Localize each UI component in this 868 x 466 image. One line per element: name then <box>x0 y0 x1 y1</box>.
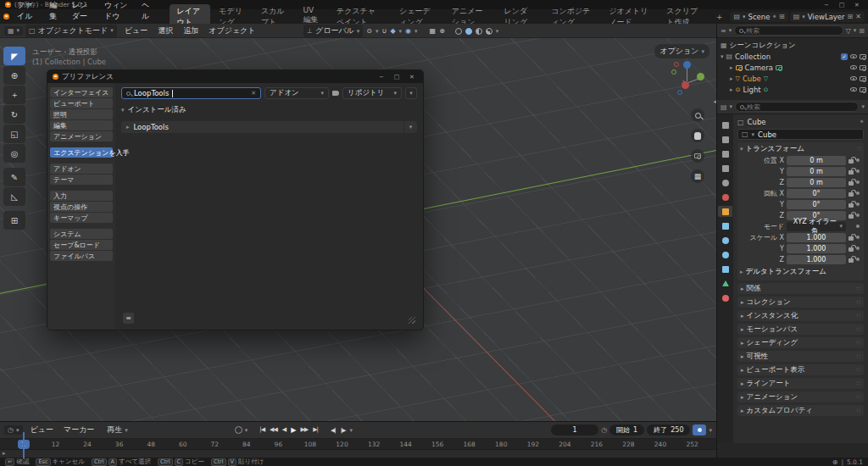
properties-tab-material[interactable] <box>718 292 732 303</box>
prev-keyframe-button[interactable]: ◀◀ <box>268 426 279 434</box>
cursor-tool[interactable]: ⊕ <box>3 66 25 85</box>
eye-icon[interactable] <box>850 76 857 80</box>
add-workspace-button[interactable]: + <box>712 13 727 21</box>
rotation-mode-dropdown[interactable]: XYZ オイラー角 ▾ <box>787 222 846 231</box>
prefs-sidebar-item[interactable]: エクステンションを入手 <box>50 147 113 158</box>
animate-dot[interactable] <box>856 214 860 217</box>
properties-tab-output[interactable] <box>718 148 732 159</box>
frame-start-field[interactable]: 開始 1 <box>609 424 644 435</box>
lock-icon[interactable] <box>849 214 854 219</box>
panel-header[interactable]: ▸関係∷ <box>737 283 864 294</box>
orientation-dropdown[interactable]: ⊥ グローバル ▾ <box>303 25 363 37</box>
properties-editor-icon[interactable]: ▤ <box>721 103 727 111</box>
animate-dot[interactable] <box>856 169 860 173</box>
extension-type-dropdown[interactable]: アドオン ▾ <box>264 87 329 99</box>
addon-row-looptools[interactable]: ▸ LoopTools ▾ <box>121 121 417 133</box>
resize-grip[interactable] <box>409 317 415 324</box>
add-cube-tool[interactable]: ⊞ <box>3 211 25 230</box>
timeline-track[interactable]: ▸ <box>0 450 716 458</box>
rotate-tool[interactable]: ↻ <box>3 105 25 124</box>
prefs-sidebar-item[interactable]: キーマップ <box>50 213 113 223</box>
scene-selector[interactable]: ▤ ▾ Scene ⌖ ⊞ <box>730 12 787 22</box>
remove-view-layer-icon[interactable]: ✕ <box>855 13 861 20</box>
properties-tab-constraints[interactable] <box>718 264 732 275</box>
chevron-right-icon[interactable]: ▸ <box>730 75 733 82</box>
transform-panel-header[interactable]: ▾ トランスフォーム ∷ <box>740 144 861 154</box>
gizmo-y-axis[interactable] <box>697 73 704 80</box>
render-visibility-icon[interactable] <box>860 87 866 92</box>
proportional-editing-button[interactable]: ◉ <box>405 27 411 35</box>
panel-header[interactable]: ▸シェーディング∷ <box>737 337 864 348</box>
pin-icon[interactable]: ⌖ <box>860 118 864 126</box>
outliner-row-light[interactable]: ▸ ⊙ Light ⊙ <box>721 84 866 95</box>
transform-value-field[interactable]: 0° <box>787 189 846 198</box>
transform-value-field[interactable]: 0 m <box>787 178 846 187</box>
panel-header[interactable]: ▸モーションパス∷ <box>737 324 864 335</box>
new-view-layer-icon[interactable]: ⊞ <box>848 13 854 20</box>
panel-header[interactable]: ▸ビューポート表示∷ <box>737 364 864 375</box>
preferences-window[interactable]: プリファレンス − □ ✕ インターフェイスビューポート照明編集アニメーションエ… <box>47 69 424 330</box>
properties-tab-world[interactable] <box>718 191 732 202</box>
lock-icon[interactable] <box>849 258 854 263</box>
properties-tab-object-data[interactable] <box>718 278 732 289</box>
panel-header[interactable]: ▸インスタンス化∷ <box>737 310 864 321</box>
step-back-button[interactable]: ◀| <box>329 427 337 434</box>
animate-dot[interactable] <box>856 236 860 239</box>
show-overlays-button[interactable]: ⊕ <box>439 27 445 35</box>
jump-to-start-button[interactable]: |◀ <box>258 426 266 434</box>
prefs-sidebar-item[interactable]: セーブ&ロード <box>50 240 113 250</box>
play-button[interactable]: ▶ <box>289 426 297 434</box>
animate-dot[interactable] <box>856 191 860 195</box>
gizmo-neg-x-axis[interactable] <box>674 62 679 67</box>
options-dropdown[interactable]: オプション ▾ <box>654 44 709 58</box>
delta-transform-header[interactable]: ▸ デルタトランスフォーム <box>740 267 861 277</box>
jump-to-end-button[interactable]: ▶| <box>311 426 320 434</box>
render-visibility-icon[interactable] <box>860 54 866 59</box>
transform-value-field[interactable]: 0° <box>787 200 846 209</box>
close-icon[interactable]: ✕ <box>851 2 863 8</box>
animate-dot[interactable] <box>856 158 860 162</box>
preferences-menu-button[interactable]: ≡ <box>123 313 134 324</box>
zoom-icon[interactable] <box>691 108 704 122</box>
outliner-row-collection[interactable]: ▾ ▤ Collection ✓ <box>721 51 866 62</box>
animate-dot[interactable] <box>856 180 860 184</box>
properties-tab-scene[interactable] <box>718 177 732 188</box>
lock-icon[interactable] <box>849 192 854 197</box>
outliner-row-scene-collection[interactable]: ▦ シーンコレクション <box>721 40 866 51</box>
object-name-field[interactable]: □ ▾ Cube <box>737 129 864 140</box>
viewport-menu-item[interactable]: 追加 <box>178 25 203 37</box>
prefs-sidebar-item[interactable]: アニメーション <box>50 131 113 141</box>
collection-checkbox[interactable]: ✓ <box>841 53 848 60</box>
minimize-icon[interactable]: − <box>821 2 832 8</box>
chevron-right-icon[interactable]: ▸ <box>126 124 130 130</box>
properties-tab-object[interactable] <box>718 206 732 217</box>
transform-value-field[interactable]: 0 m <box>787 167 846 176</box>
measure-tool[interactable]: ◺ <box>3 187 25 206</box>
transform-tool[interactable]: ◎ <box>3 144 25 163</box>
show-gizmos-button[interactable]: ▦ <box>430 27 437 35</box>
sidebar-toggle-arrow[interactable]: ◂ <box>713 98 716 105</box>
prefs-sidebar-item[interactable]: ファイルパス <box>50 251 113 261</box>
panel-header[interactable]: ▸アニメーション∷ <box>737 391 864 402</box>
lock-icon[interactable] <box>849 203 854 208</box>
view-layer-selector[interactable]: ▤ ▾ ViewLayer ⊞ ✕ <box>790 12 865 22</box>
properties-tab-view-layer[interactable] <box>718 163 732 174</box>
lock-icon[interactable] <box>849 181 854 186</box>
preferences-titlebar[interactable]: プリファレンス − □ ✕ <box>47 70 423 83</box>
panel-header[interactable]: ▸可視性∷ <box>737 351 864 362</box>
render-visibility-icon[interactable] <box>860 65 866 70</box>
prefs-sidebar-item[interactable]: 視点の操作 <box>50 202 113 212</box>
maximize-icon[interactable]: □ <box>836 2 848 8</box>
properties-tab-physics[interactable] <box>718 249 732 260</box>
prefs-sidebar-item[interactable]: 入力 <box>50 191 113 201</box>
eye-icon[interactable] <box>850 65 857 69</box>
pivot-point-button[interactable]: ⊙ <box>366 27 372 35</box>
prefs-sidebar-item[interactable]: 照明 <box>50 109 113 119</box>
clear-search-icon[interactable]: ✕ <box>251 90 256 97</box>
prefs-sidebar-item[interactable]: システム <box>50 229 113 239</box>
snap-magnet-button[interactable]: ∪ <box>382 27 387 35</box>
scale-tool[interactable]: ◱ <box>3 125 25 143</box>
lock-icon[interactable] <box>849 247 854 252</box>
timeline-menu-item[interactable]: マーカー <box>58 424 99 436</box>
eye-icon[interactable] <box>850 87 857 92</box>
